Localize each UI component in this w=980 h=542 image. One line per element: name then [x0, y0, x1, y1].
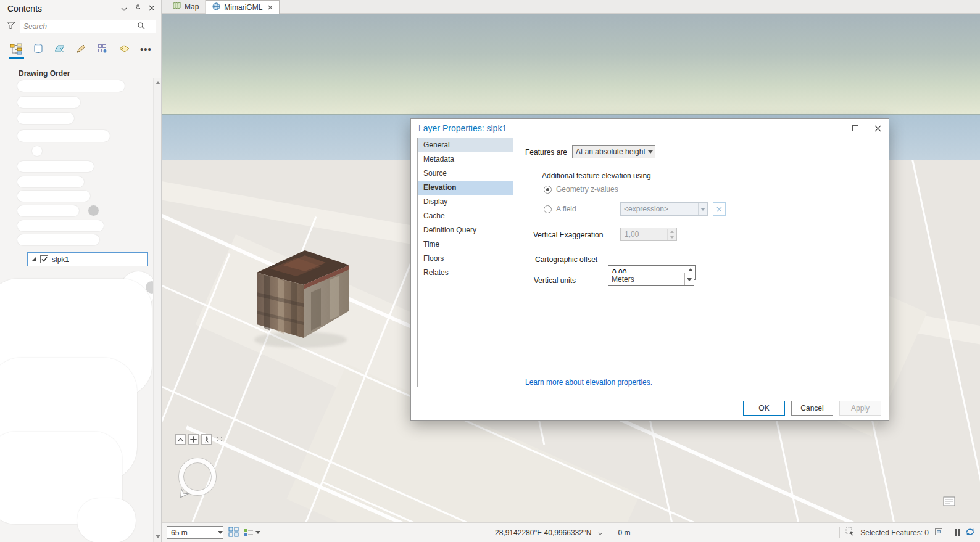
list-by-drawing-order-icon[interactable] — [7, 41, 25, 57]
vertical-exaggeration-label: Vertical Exaggeration — [533, 231, 603, 239]
dialog-nav-list: General Metadata Source Elevation Displa… — [417, 138, 513, 387]
maximize-icon[interactable] — [844, 119, 866, 138]
pause-drawing-icon[interactable] — [955, 529, 960, 536]
more-options-icon[interactable]: ••• — [137, 41, 155, 57]
dialog-nav-source[interactable]: Source — [418, 166, 513, 181]
chevron-down-icon — [646, 146, 655, 158]
apply-button[interactable]: Apply — [839, 401, 881, 416]
tab-map[interactable]: Map — [167, 0, 206, 13]
redacted-layer-item — [17, 80, 125, 92]
a-field-label: A field — [556, 205, 576, 213]
refresh-icon[interactable] — [965, 527, 975, 538]
expression-dropdown[interactable]: <expression> — [620, 202, 708, 216]
redacted-layer-item — [17, 191, 90, 202]
dialog-nav-time[interactable]: Time — [418, 237, 513, 252]
vertical-exaggeration-input — [620, 228, 677, 241]
filter-icon[interactable] — [6, 22, 15, 31]
navigation-compass[interactable] — [179, 458, 216, 495]
redacted-dot — [88, 205, 99, 216]
dialog-nav-elevation[interactable]: Elevation — [418, 181, 513, 195]
view-tabstrip: Map MimariGML — [162, 0, 980, 14]
dialog-buttons: OK Cancel Apply — [743, 401, 881, 416]
learn-more-link[interactable]: Learn more about elevation properties. — [525, 378, 652, 387]
contents-title: Contents — [7, 4, 121, 14]
scroll-down-icon[interactable] — [156, 535, 160, 538]
scale-value: 65 m — [171, 528, 215, 537]
full-control-icon[interactable] — [188, 434, 199, 445]
radio-unselected-icon[interactable] — [544, 205, 552, 213]
layer-checkbox[interactable] — [40, 255, 48, 263]
search-options-chevron-icon[interactable] — [147, 22, 152, 31]
dialog-nav-relates[interactable]: Relates — [418, 266, 513, 280]
search-icon[interactable] — [137, 22, 145, 31]
selection-box-icon[interactable] — [934, 528, 943, 538]
contents-scrollbar[interactable] — [153, 78, 161, 542]
display-options-icon[interactable] — [244, 528, 260, 537]
redacted-layer-item — [17, 130, 110, 142]
redacted-layer-item — [17, 234, 99, 245]
ok-button[interactable]: OK — [743, 401, 785, 416]
snapping-toggle-icon[interactable] — [228, 527, 239, 539]
dialog-nav-display[interactable]: Display — [418, 195, 513, 209]
chevron-down-icon[interactable] — [597, 528, 603, 537]
redacted-layer-item — [17, 161, 94, 172]
expander-icon[interactable] — [31, 257, 36, 262]
contents-panel: Contents ••• Drawing Order — [0, 0, 162, 542]
redacted-layer-item — [17, 113, 74, 124]
dialog-nav-definition-query[interactable]: Definition Query — [418, 223, 513, 237]
dialog-nav-metadata[interactable]: Metadata — [418, 152, 513, 166]
vertical-units-value: Meters — [608, 275, 684, 284]
dialog-close-icon[interactable] — [866, 119, 889, 138]
nav-drag-handle[interactable] — [217, 437, 223, 442]
chevron-down-icon[interactable] — [121, 4, 127, 13]
vertical-units-label: Vertical units — [534, 276, 576, 285]
search-input[interactable] — [23, 22, 135, 31]
elevation-readout: 0 m — [618, 528, 630, 537]
chevron-down-icon — [684, 273, 694, 285]
sky — [162, 14, 980, 114]
clear-expression-button[interactable] — [713, 202, 726, 216]
features-are-dropdown[interactable]: At an absolute height — [572, 145, 655, 158]
tab-mimarigml[interactable]: MimariGML — [206, 0, 280, 14]
look-up-icon[interactable] — [175, 434, 186, 445]
geometry-z-values-label: Geometry z-values — [556, 185, 618, 194]
list-by-editing-icon[interactable] — [72, 41, 90, 57]
walk-mode-icon[interactable] — [201, 434, 212, 445]
geometry-z-values-radio[interactable]: Geometry z-values — [544, 185, 618, 194]
chevron-down-icon — [218, 531, 223, 534]
dialog-nav-general[interactable]: General — [418, 138, 513, 152]
layer-properties-dialog: Layer Properties: slpk1 General Metadata… — [410, 118, 889, 421]
list-by-snapping-icon[interactable] — [94, 41, 112, 57]
list-by-labeling-icon[interactable] — [115, 41, 133, 57]
scene-nav-buttons — [175, 434, 212, 445]
search-box — [20, 20, 156, 33]
pin-icon[interactable] — [135, 4, 141, 14]
message-icon[interactable] — [943, 496, 955, 508]
list-by-source-icon[interactable] — [29, 41, 47, 57]
cancel-button[interactable]: Cancel — [791, 401, 833, 416]
list-by-selection-icon[interactable] — [51, 41, 69, 57]
redacted-layer-item — [17, 220, 104, 231]
layer-item-slpk1[interactable]: slpk1 — [27, 252, 148, 266]
layer-label: slpk1 — [52, 255, 69, 264]
vertical-units-dropdown[interactable]: Meters — [608, 273, 694, 286]
dialog-nav-cache[interactable]: Cache — [418, 209, 513, 223]
building-model[interactable] — [252, 244, 354, 344]
scale-dropdown[interactable]: 65 m — [167, 526, 223, 539]
selection-cursor-icon[interactable] — [845, 527, 855, 538]
redacted-area — [77, 498, 136, 542]
dialog-nav-floors[interactable]: Floors — [418, 252, 513, 266]
radio-selected-icon[interactable] — [544, 186, 552, 194]
a-field-radio[interactable]: A field — [544, 205, 576, 213]
drawing-order-label: Drawing Order — [19, 69, 161, 78]
expression-value: <expression> — [621, 205, 698, 213]
close-icon[interactable] — [149, 4, 155, 13]
dialog-titlebar[interactable]: Layer Properties: slpk1 — [411, 119, 889, 138]
coordinate-readout[interactable]: 28,9142280°E 40,9966332°N 0 m — [495, 528, 630, 537]
scroll-up-icon[interactable] — [156, 81, 160, 84]
additional-elevation-label: Additional feature elevation using — [542, 171, 651, 180]
tab-map-label: Map — [185, 2, 199, 11]
statusbar-right-group: Selected Features: 0 — [839, 527, 975, 538]
tab-close-icon[interactable] — [268, 3, 273, 12]
spinner-icons — [667, 229, 676, 240]
